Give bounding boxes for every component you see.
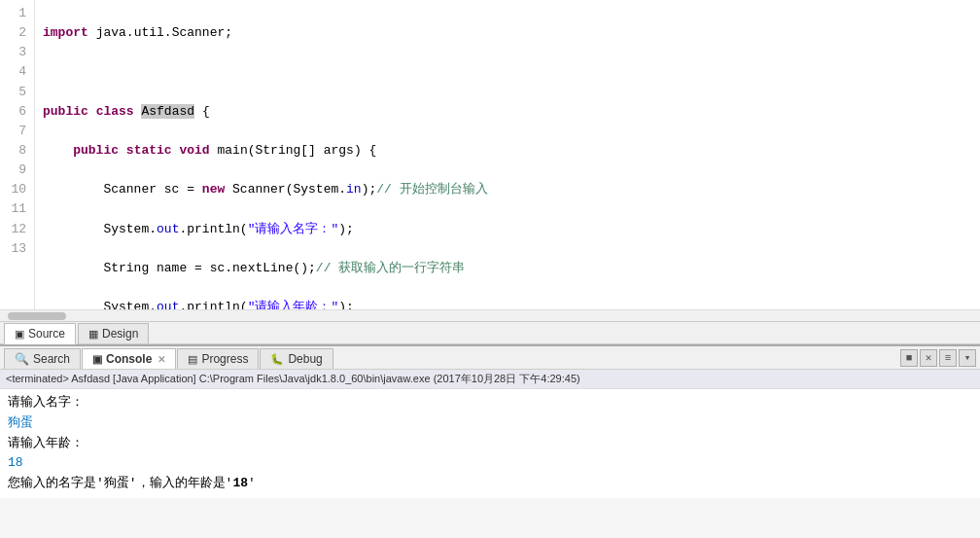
editor-area: 1 2 3 4 5 6 7 8 9 10 11 12 13 import jav… (0, 0, 980, 321)
design-tab-label: Design (102, 327, 138, 341)
console-header: <terminated> Asfdasd [Java Application] … (0, 370, 980, 389)
console-line-3: 请输入年龄： (8, 434, 972, 454)
source-icon: ▣ (15, 328, 24, 341)
console-tab-label: Console (106, 352, 152, 366)
console-line-1: 请输入名字： (8, 393, 972, 413)
console-tabs-bar: 🔍 Search ▣ Console ✕ ▤ Progress 🐛 Debug … (0, 346, 980, 370)
console-output[interactable]: 请输入名字： 狗蛋 请输入年龄： 18 您输入的名字是'狗蛋'，输入的年龄是'1… (0, 389, 980, 498)
console-action-2[interactable]: ✕ (920, 349, 937, 367)
debug-tab-label: Debug (288, 352, 322, 366)
code-container: 1 2 3 4 5 6 7 8 9 10 11 12 13 import jav… (0, 0, 980, 309)
scrollbar-thumb[interactable] (8, 312, 66, 320)
tab-search[interactable]: 🔍 Search (4, 348, 81, 369)
console-actions: ■ ✕ ≡ ▾ (900, 346, 980, 369)
tab-progress[interactable]: ▤ Progress (177, 348, 259, 369)
horizontal-scrollbar[interactable] (0, 309, 980, 321)
tab-console[interactable]: ▣ Console ✕ (82, 348, 176, 369)
console-tabs-left: 🔍 Search ▣ Console ✕ ▤ Progress 🐛 Debug (0, 346, 333, 369)
editor-bottom-tabs: ▣ Source ▦ Design (0, 321, 980, 344)
search-icon: 🔍 (15, 352, 29, 366)
console-action-4[interactable]: ▾ (959, 349, 976, 367)
source-tab-label: Source (28, 327, 65, 341)
progress-icon: ▤ (188, 353, 197, 366)
console-action-3[interactable]: ≡ (939, 349, 957, 367)
console-header-text: <terminated> Asfdasd [Java Application] … (6, 373, 580, 384)
progress-tab-label: Progress (201, 352, 248, 366)
design-icon: ▦ (88, 328, 98, 341)
console-action-1[interactable]: ■ (900, 349, 918, 367)
tab-design[interactable]: ▦ Design (78, 323, 149, 343)
console-close-icon[interactable]: ✕ (158, 354, 165, 365)
console-line-4: 18 (8, 453, 972, 474)
code-content[interactable]: import java.util.Scanner; public class A… (35, 0, 980, 309)
debug-icon: 🐛 (270, 353, 284, 366)
console-area: 🔍 Search ▣ Console ✕ ▤ Progress 🐛 Debug … (0, 344, 980, 498)
search-tab-label: Search (33, 352, 70, 366)
console-line-5: 您输入的名字是'狗蛋'，输入的年龄是'18' (8, 474, 972, 494)
console-icon: ▣ (92, 353, 102, 366)
tab-source[interactable]: ▣ Source (4, 323, 76, 344)
console-line-2: 狗蛋 (8, 413, 972, 434)
tab-debug[interactable]: 🐛 Debug (260, 348, 332, 369)
line-numbers: 1 2 3 4 5 6 7 8 9 10 11 12 13 (0, 0, 35, 309)
